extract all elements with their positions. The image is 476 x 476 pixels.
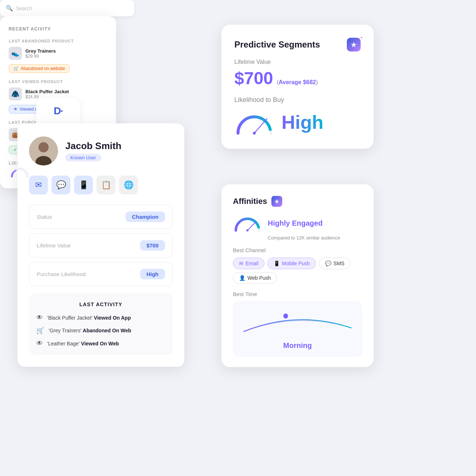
profile-info: Jacob Smith Known User [65,140,122,161]
affinity-title: Affinities [233,197,267,206]
last-activity-title: LAST ACTIVITY [36,301,165,307]
channel-web-push[interactable]: 👤 Web Push [233,272,277,284]
abandoned-action-badge: 🛒 Abandoned on website [9,64,70,73]
profile-name: Jacob Smith [65,140,122,152]
clipboard-action-btn[interactable]: 📋 [97,176,115,194]
engaged-sub: Compared to 12K similar audience [268,235,362,241]
ltv-average: (Average $682) [277,79,318,86]
ltv-amount: $700 [234,68,273,88]
viewed-label: LAST VIEWED PRODUCT [9,79,107,84]
affinity-title-row: Affinities [233,196,362,207]
likelihood-gauge [9,167,30,178]
mobile-push-label: Mobile Push [282,260,310,266]
buy-gauge-container: High [234,110,361,135]
ltv-row: Lifetime Value $700 [29,233,173,258]
chat-action-btn[interactable]: 💬 [52,176,70,194]
view-icon-2: 👁 [36,340,43,347]
last-activity-section: LAST ACTIVITY 👁 'Black Puffer Jacket' Vi… [29,294,173,355]
time-chart: Morning [233,301,362,357]
mobile-push-icon: 📱 [274,260,280,266]
svg-point-7 [283,313,288,319]
search-icon: 🔍 [6,5,13,12]
svg-line-3 [254,119,267,133]
svg-line-5 [247,221,257,230]
cart-icon: 🛒 [36,327,44,335]
abandoned-product-img: 👟 [9,47,22,60]
predictive-card: Predictive Segments Lifetime Value $700 … [221,25,374,149]
affinities-card: Affinities Highly Engaged [221,184,374,367]
search-placeholder: Search [16,5,32,11]
predictive-title-row: Predictive Segments [234,38,361,52]
channel-sms[interactable]: 💬 SMS [319,258,350,269]
channel-mobile-push[interactable]: 📱 Mobile Push [267,258,316,269]
profile-header: Jacob Smith Known User [29,136,173,165]
status-value: Champion [126,212,165,222]
affinity-ai-icon [271,196,282,207]
purchase-row: Purchase Likelihood High [29,262,173,286]
buy-label: Likelihood to Buy [234,96,361,104]
channel-email[interactable]: ✉ Email [233,258,264,269]
svg-point-6 [246,229,249,231]
status-label: Status [37,214,52,220]
ltv-value: $700 [140,240,165,251]
web-push-label: Web Push [247,275,271,281]
predictive-title: Predictive Segments [234,40,320,50]
ai-icon [347,38,361,52]
best-time-value: Morning [240,341,355,350]
affinity-gauge [233,214,262,232]
sms-label: SMS [333,260,344,266]
ltv-label: Lifetime Value [37,242,71,249]
best-channel-label: Best Channel [233,247,362,253]
activity-item: 👁 'Black Puffer Jacket' Viewed On App [36,314,165,321]
recent-title: RECENT ACIVITY [9,26,107,32]
web-action-btn[interactable]: 🌐 [119,176,138,194]
avatar [29,136,58,165]
channel-pills: ✉ Email 📱 Mobile Push 💬 SMS 👤 Web Push [233,258,362,284]
ltv-row-predictive: $700 (Average $682) [234,68,361,88]
best-time-label: Best Time [233,291,362,297]
purchase-label: Purchase Likelihood [37,271,86,277]
app-logo: D· [54,105,62,117]
buy-gauge [234,110,274,135]
view-icon: 👁 [36,314,43,321]
sms-icon: 💬 [325,260,331,266]
abandoned-product-price: $29.99 [25,54,107,59]
web-push-icon: 👤 [239,275,245,281]
abandoned-label: LAST ABANDONED PRODUCT [9,39,107,43]
abandoned-product: 👟 Grey Trainers $29.99 [9,47,107,60]
status-row: Status Champion [29,205,173,229]
abandoned-section: LAST ABANDONED PRODUCT 👟 Grey Trainers $… [9,39,107,73]
whatsapp-action-btn[interactable]: 📱 [74,176,93,194]
engaged-row: Highly Engaged [233,214,362,232]
known-user-badge: Known User [65,154,101,161]
abandoned-product-name: Grey Trainers [25,48,107,54]
search-bar[interactable]: 🔍 Search [0,0,134,16]
svg-point-4 [253,132,256,135]
email-label: Email [246,260,258,266]
activity-text-2: 'Grey Trainers' Abandoned On Web [49,328,165,333]
viewed-product-img: 🧥 [9,87,22,100]
abandoned-product-info: Grey Trainers $29.99 [25,48,107,59]
profile-card: Jacob Smith Known User ✉ 💬 📱 📋 🌐 Status … [17,123,184,367]
email-icon: ✉ [239,260,243,266]
activity-item-3: 👁 'Leather Bage' Viewed On Web [36,340,165,347]
engaged-text: Highly Engaged [268,219,323,227]
buy-value: High [282,111,324,133]
viewed-product-name: Black Puffer Jacket [25,89,107,94]
activity-text-1: 'Black Puffer Jacket' Viewed On App [47,315,165,321]
activity-item-2: 🛒 'Grey Trainers' Abandoned On Web [36,327,165,335]
action-icons: ✉ 💬 📱 📋 🌐 [29,176,173,194]
ltv-section-label: Lifetime Value [234,59,361,65]
svg-point-1 [38,142,49,152]
activity-text-3: 'Leather Bage' Viewed On Web [47,341,165,346]
purchase-value: High [140,269,165,279]
email-action-btn[interactable]: ✉ [29,176,48,194]
